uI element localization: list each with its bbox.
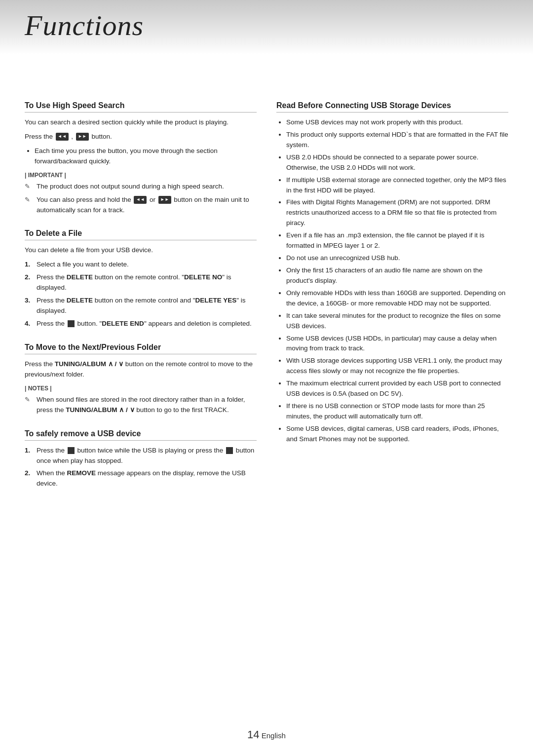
high-speed-intro: You can search a desired section quickly… [25, 117, 257, 128]
rewind-icon-sm: ◄◄ [134, 196, 147, 204]
section-title-next-prev: To Move to the Next/Previous Folder [25, 343, 257, 354]
section-title-delete: To Delete a File [25, 229, 257, 240]
content-area: To Use High Speed Search You can search … [0, 42, 533, 532]
important-label: | IMPORTANT | [25, 172, 257, 179]
note-press-hold: You can also press and hold the ◄◄ or ►►… [25, 195, 257, 216]
delete-step-2: 2. Press the DELETE button on the remote… [25, 272, 257, 293]
enter-icon [68, 320, 75, 327]
section-read-before-usb: Read Before Connecting USB Storage Devic… [276, 101, 508, 445]
section-next-prev: To Move to the Next/Previous Folder Pres… [25, 343, 257, 416]
usb-bullet-12: With USB storage devices supporting USB … [286, 356, 508, 377]
usb-bullet-13: The maximum electrical current provided … [286, 378, 508, 399]
page-title: Functions [0, 0, 533, 42]
high-speed-bullets: Each time you press the button, you move… [25, 146, 257, 167]
usb-bullet-6: Even if a file has an .mp3 extension, th… [286, 230, 508, 251]
notes-box-next-prev: | NOTES | When sound files are stored in… [25, 385, 257, 416]
usb-bullet-1: Some USB devices may not work properly w… [286, 117, 508, 128]
safely-remove-steps: 1. Press the button twice while the USB … [25, 446, 257, 490]
high-speed-press: Press the ◄◄ , ►► button. [25, 132, 257, 142]
stop-icon-1 [68, 447, 75, 454]
delete-step-4: 4. Press the button. "DELETE END" appear… [25, 319, 257, 329]
section-title-read-before: Read Before Connecting USB Storage Devic… [276, 101, 508, 113]
rewind-icon: ◄◄ [56, 133, 69, 141]
stop-icon-2 [226, 447, 233, 454]
note-root-dir: When sound files are stored in the root … [25, 395, 257, 416]
section-safely-remove: To safely remove a USB device 1. Press t… [25, 429, 257, 490]
footer-language: English [262, 731, 286, 740]
usb-bullet-15: Some USB devices, digital cameras, USB c… [286, 424, 508, 445]
delete-step-3: 3. Press the DELETE button on the remote… [25, 296, 257, 316]
usb-bullet-4: If multiple USB external storage are con… [286, 175, 508, 196]
usb-bullets: Some USB devices may not work properly w… [276, 117, 508, 445]
important-box: | IMPORTANT | The product does not outpu… [25, 172, 257, 216]
section-title-high-speed-search: To Use High Speed Search [25, 101, 257, 113]
safely-remove-step-1: 1. Press the button twice while the USB … [25, 446, 257, 466]
usb-bullet-14: If there is no USB connection or STOP mo… [286, 401, 508, 422]
usb-bullet-11: Some USB devices (USB HDDs, in particula… [286, 334, 508, 354]
ff-icon-sm: ►► [158, 196, 171, 204]
usb-bullet-8: Only the first 15 characters of an audio… [286, 265, 508, 286]
section-high-speed-search: To Use High Speed Search You can search … [25, 101, 257, 215]
section-title-safely-remove: To safely remove a USB device [25, 429, 257, 441]
next-prev-desc: Press the TUNING/ALBUM ∧ / ∨ button on t… [25, 359, 257, 380]
delete-intro: You can delete a file from your USB devi… [25, 245, 257, 256]
page-number: 14 [247, 728, 259, 741]
usb-bullet-10: It can take several minutes for the prod… [286, 311, 508, 332]
usb-bullet-2: This product only supports external HDD`… [286, 130, 508, 151]
delete-step-1: 1. Select a file you want to delete. [25, 260, 257, 270]
right-column: Read Before Connecting USB Storage Devic… [276, 101, 508, 503]
notes-label: | NOTES | [25, 385, 257, 392]
section-delete-file: To Delete a File You can delete a file f… [25, 229, 257, 329]
safely-remove-step-2: 2. When the REMOVE message appears on th… [25, 468, 257, 489]
fastforward-icon: ►► [76, 133, 89, 141]
usb-bullet-7: Do not use an unrecognized USB hub. [286, 253, 508, 264]
delete-steps: 1. Select a file you want to delete. 2. … [25, 260, 257, 329]
usb-bullet-9: Only removable HDDs with less than 160GB… [286, 288, 508, 309]
left-column: To Use High Speed Search You can search … [25, 101, 257, 503]
usb-bullet-3: USB 2.0 HDDs should be connected to a se… [286, 152, 508, 173]
usb-bullet-5: Files with Digital Rights Management (DR… [286, 197, 508, 228]
page: Functions To Use High Speed Search You c… [0, 0, 533, 756]
footer: 14 English [0, 728, 533, 741]
note-no-sound: The product does not output sound during… [25, 182, 257, 192]
bullet-item: Each time you press the button, you move… [35, 146, 257, 167]
